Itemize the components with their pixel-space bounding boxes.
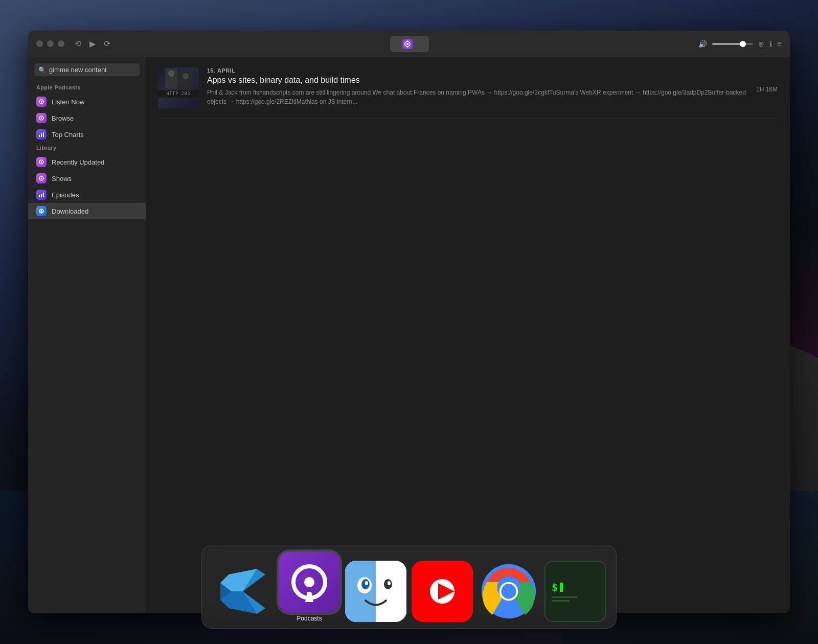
search-icon: 🔍 (38, 66, 46, 74)
thumbnail-art: HTTP 203 (158, 67, 199, 108)
episode-thumbnail[interactable]: HTTP 203 (158, 67, 199, 108)
downloaded-icon (36, 206, 47, 216)
volume-thumb (740, 41, 746, 47)
svg-rect-8 (39, 135, 40, 137)
recently-updated-icon (36, 157, 47, 167)
episode-title: Apps vs sites, binary data, and build ti… (207, 76, 748, 85)
vscode-icon (212, 561, 274, 622)
maximize-button[interactable] (58, 40, 64, 47)
podcast-tab[interactable] (390, 36, 429, 52)
info-button[interactable]: ℹ (769, 40, 772, 48)
sidebar-item-shows[interactable]: Shows (28, 170, 146, 187)
search-text: gimme new content (49, 66, 107, 74)
forward-button[interactable]: ⟳ (104, 39, 110, 49)
svg-point-33 (365, 581, 368, 585)
episode-date: 15. APRIL (207, 67, 748, 74)
sidebar-item-episodes[interactable]: Episodes (28, 187, 146, 203)
sidebar-shows-label: Shows (52, 175, 72, 182)
finder-icon (345, 561, 406, 622)
sidebar-recently-updated-label: Recently Updated (52, 158, 104, 166)
chrome-icon (478, 561, 539, 622)
menu-button[interactable]: ≡ (777, 39, 782, 49)
episode-info: 15. APRIL Apps vs sites, binary data, an… (207, 67, 748, 106)
sidebar-item-top-charts[interactable]: Top Charts (28, 126, 146, 143)
dock-item-chrome[interactable] (478, 561, 539, 622)
sidebar-item-browse[interactable]: Browse (28, 110, 146, 126)
episode-card: HTTP 203 15. APRIL Apps vs sites, binary… (158, 67, 778, 119)
sidebar-item-listen-now[interactable]: Listen Now (28, 94, 146, 110)
toolbar-center (121, 36, 698, 52)
search-box[interactable]: 🔍 gimme new content (34, 63, 140, 76)
podcasts-label: Podcasts (297, 615, 322, 622)
svg-point-1 (406, 43, 408, 45)
search-container: 🔍 gimme new content (28, 63, 146, 82)
shows-icon (36, 173, 47, 183)
back-button[interactable]: ⟲ (75, 39, 81, 49)
thumb-text: HTTP 203 (167, 91, 191, 96)
toolbar-controls: ⟲ ▶ ⟳ (75, 39, 110, 49)
sidebar-episodes-label: Episodes (52, 191, 79, 199)
browse-icon (36, 113, 47, 123)
svg-point-40 (501, 584, 516, 599)
svg-rect-10 (43, 132, 44, 137)
terminal-icon: $ (544, 561, 606, 622)
traffic-lights (36, 40, 64, 47)
svg-point-12 (41, 162, 42, 163)
svg-rect-15 (39, 195, 40, 197)
ytmusic-icon (412, 561, 473, 622)
volume-fill (712, 43, 741, 45)
volume-slider[interactable] (712, 43, 753, 45)
svg-rect-9 (41, 133, 42, 137)
dock-item-ytmusic[interactable] (412, 561, 473, 622)
svg-point-14 (41, 178, 42, 179)
apple-podcasts-label: Apple Podcasts (28, 82, 146, 94)
top-charts-icon (36, 129, 47, 140)
title-bar: ⟲ ▶ ⟳ 🔊 (28, 31, 790, 57)
svg-marker-5 (41, 101, 43, 103)
dock-item-finder[interactable] (345, 561, 406, 622)
volume-icon: 🔊 (698, 40, 707, 48)
library-label: Library (28, 143, 146, 154)
sidebar-browse-label: Browse (52, 114, 74, 122)
sidebar-top-charts-label: Top Charts (52, 131, 84, 139)
podcasts-icon (279, 551, 340, 613)
dock-item-podcasts[interactable]: Podcasts (279, 551, 340, 622)
svg-point-34 (388, 581, 391, 585)
minimize-button[interactable] (47, 40, 54, 47)
thumb-people (158, 67, 199, 90)
episodes-icon (36, 190, 47, 200)
mute-button[interactable]: ⊗ (758, 40, 764, 48)
close-button[interactable] (36, 40, 43, 47)
dock: Podcasts (201, 545, 617, 629)
dock-overlay: Podcasts (0, 511, 818, 644)
sidebar-listen-now-label: Listen Now (52, 98, 84, 106)
svg-marker-19 (40, 210, 43, 212)
listen-now-icon (36, 97, 47, 107)
dock-item-terminal[interactable]: $ (544, 561, 606, 622)
episode-duration: 1H 16M (756, 86, 778, 93)
svg-rect-17 (43, 193, 44, 197)
svg-rect-16 (41, 194, 42, 197)
episode-description: Phil & Jack from fishandscripts.com are … (207, 88, 748, 106)
svg-rect-20 (41, 212, 42, 213)
podcast-tab-icon (402, 39, 413, 49)
dock-item-vscode[interactable] (212, 561, 274, 622)
sidebar-item-recently-updated[interactable]: Recently Updated (28, 154, 146, 170)
svg-point-7 (41, 118, 42, 119)
play-button[interactable]: ▶ (89, 39, 96, 49)
figure-group (165, 68, 192, 89)
toolbar-right: 🔊 ⊗ ℹ ≡ (698, 39, 782, 49)
thumb-label: HTTP 203 (158, 90, 199, 98)
sidebar-item-downloaded[interactable]: Downloaded (28, 203, 146, 219)
sidebar-downloaded-label: Downloaded (52, 208, 88, 215)
